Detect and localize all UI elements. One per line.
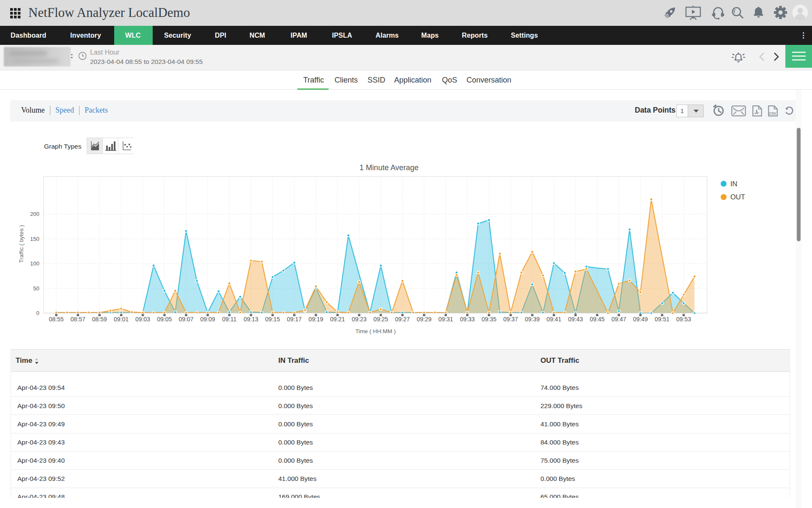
svg-text:09:09: 09:09: [200, 316, 215, 323]
svg-text:09:49: 09:49: [633, 316, 648, 323]
svg-text:09:15: 09:15: [265, 316, 280, 323]
svg-text:09:05: 09:05: [157, 316, 172, 323]
svg-text:150: 150: [30, 236, 39, 242]
svg-text:50: 50: [33, 285, 39, 292]
svg-text:1 Minute Average: 1 Minute Average: [359, 163, 419, 172]
svg-text:09:31: 09:31: [438, 316, 453, 323]
svg-text:09:13: 09:13: [244, 316, 258, 323]
svg-text:09:11: 09:11: [222, 316, 236, 323]
svg-text:09:51: 09:51: [655, 316, 669, 323]
svg-text:09:35: 09:35: [482, 316, 497, 323]
svg-text:09:07: 09:07: [178, 316, 193, 323]
svg-text:OUT: OUT: [730, 193, 745, 201]
svg-text:09:17: 09:17: [287, 316, 302, 323]
svg-text:09:43: 09:43: [568, 316, 583, 323]
svg-text:IN: IN: [730, 180, 738, 188]
svg-text:Traffic ( bytes ): Traffic ( bytes ): [18, 225, 25, 262]
svg-text:200: 200: [30, 211, 39, 217]
svg-text:09:25: 09:25: [373, 316, 388, 323]
svg-text:09:45: 09:45: [590, 316, 604, 323]
svg-text:09:27: 09:27: [395, 316, 410, 323]
svg-text:09:03: 09:03: [135, 316, 150, 323]
svg-text:09:47: 09:47: [612, 316, 626, 323]
svg-text:08:59: 08:59: [92, 316, 107, 323]
svg-text:08:55: 08:55: [49, 316, 63, 323]
svg-text:CSV: CSV: [769, 112, 776, 116]
svg-text:09:53: 09:53: [676, 316, 691, 323]
svg-text:09:33: 09:33: [460, 316, 475, 323]
svg-text:09:01: 09:01: [114, 316, 129, 323]
svg-text:08:57: 08:57: [71, 316, 85, 323]
svg-text:0: 0: [36, 310, 39, 316]
svg-text:09:37: 09:37: [503, 316, 518, 323]
svg-text:09:23: 09:23: [352, 316, 367, 323]
svg-text:09:21: 09:21: [330, 316, 345, 323]
svg-text:09:29: 09:29: [417, 316, 431, 323]
svg-text:09:39: 09:39: [525, 316, 540, 323]
svg-text:09:19: 09:19: [308, 316, 323, 323]
svg-text:100: 100: [30, 260, 39, 267]
svg-text:09:41: 09:41: [546, 316, 561, 323]
svg-text:Time ( HH:MM ): Time ( HH:MM ): [355, 328, 395, 334]
